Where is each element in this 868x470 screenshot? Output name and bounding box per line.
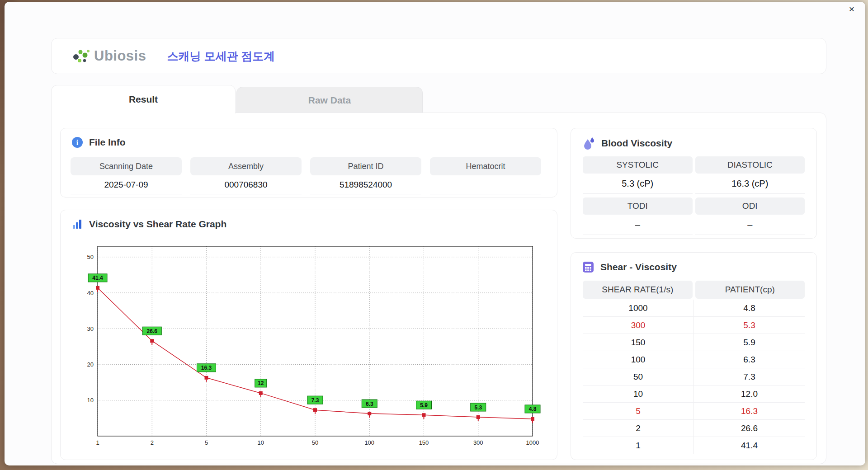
- diastolic-value: 16.3 (cP): [695, 174, 805, 194]
- table-row: 141.4: [583, 437, 805, 454]
- field-value: 000706830: [190, 175, 302, 194]
- shear-viscosity-title: Shear - Viscosity: [600, 262, 677, 273]
- shear-rate-cell: 1000: [583, 300, 694, 316]
- blood-viscosity-title: Blood Viscosity: [601, 138, 672, 149]
- shear-rate-cell: 5: [583, 403, 694, 419]
- field-value: [430, 175, 541, 194]
- table-row: 1505.9: [583, 334, 805, 351]
- shear-viscosity-card: Shear - Viscosity SHEAR RATE(1/s) PATIEN…: [571, 252, 817, 460]
- tab-label: Result: [129, 94, 158, 105]
- info-icon: i: [71, 136, 83, 148]
- content-panel: i File Info Scanning Date 2025-07-09 Ass…: [51, 113, 826, 464]
- svg-text:7.3: 7.3: [311, 397, 319, 404]
- svg-text:300: 300: [473, 439, 483, 446]
- field-label: Patient ID: [310, 157, 421, 175]
- field-assembly: Assembly 000706830: [190, 157, 302, 194]
- table-row: 226.6: [583, 420, 805, 437]
- table-row: 1012.0: [583, 385, 805, 403]
- ubiosis-logo-icon: [71, 47, 91, 66]
- tab-raw-data[interactable]: Raw Data: [236, 87, 423, 113]
- todi-value: –: [583, 215, 693, 235]
- graph-header: Viscosity vs Shear Rate Graph: [61, 210, 557, 230]
- todi-header: TODI: [583, 197, 693, 215]
- shear-rate-cell: 300: [583, 317, 694, 334]
- blood-viscosity-card: Blood Viscosity SYSTOLIC DIASTOLIC 5.3 (…: [571, 128, 817, 239]
- water-drop-icon: [582, 136, 595, 150]
- file-info-card: i File Info Scanning Date 2025-07-09 Ass…: [60, 128, 557, 197]
- patient-viscosity-cell: 5.9: [694, 334, 805, 351]
- svg-text:40: 40: [87, 290, 94, 296]
- patient-viscosity-cell: 4.8: [694, 300, 805, 316]
- patient-viscosity-cell: 26.6: [694, 420, 805, 437]
- shear-viscosity-rows: 10004.83005.31505.91006.3507.31012.0516.…: [583, 300, 805, 454]
- blood-viscosity-header: Blood Viscosity: [571, 128, 816, 150]
- viscosity-chart-svg: 10203040501251050100150300100041.426.616…: [77, 235, 542, 452]
- shear-rate-cell: 2: [583, 420, 694, 437]
- svg-text:41.4: 41.4: [92, 275, 103, 281]
- systolic-header: SYSTOLIC: [583, 156, 693, 174]
- shear-rate-cell: 150: [583, 334, 694, 351]
- patient-viscosity-cell: 6.3: [694, 351, 805, 368]
- svg-text:26.6: 26.6: [147, 328, 158, 334]
- svg-text:1000: 1000: [526, 439, 539, 446]
- patient-viscosity-cell: 5.3: [694, 317, 805, 334]
- shear-rate-cell: 100: [583, 351, 694, 368]
- field-value: 2025-07-09: [71, 175, 182, 194]
- svg-text:i: i: [76, 139, 79, 146]
- file-info-header: i File Info: [61, 128, 557, 148]
- shear-rate-column-header: SHEAR RATE(1/s): [583, 281, 693, 299]
- systolic-value: 5.3 (cP): [583, 174, 693, 194]
- shear-rate-cell: 10: [583, 385, 694, 402]
- file-info-title: File Info: [89, 137, 126, 148]
- svg-text:5.3: 5.3: [474, 404, 482, 411]
- field-patient-id: Patient ID 51898524000: [310, 157, 421, 194]
- svg-text:5.9: 5.9: [420, 402, 428, 409]
- blood-viscosity-table: SYSTOLIC DIASTOLIC 5.3 (cP) 16.3 (cP) TO…: [583, 156, 805, 235]
- calculator-icon: [582, 261, 594, 273]
- diastolic-header: DIASTOLIC: [695, 156, 805, 174]
- svg-text:10: 10: [87, 397, 94, 404]
- svg-text:16.3: 16.3: [201, 365, 212, 371]
- svg-text:150: 150: [419, 439, 429, 446]
- field-value: 51898524000: [310, 175, 421, 194]
- page-title: 스캐닝 모세관 점도계: [167, 49, 275, 64]
- svg-text:30: 30: [87, 325, 94, 332]
- graph-card: Viscosity vs Shear Rate Graph 1020304050…: [60, 210, 557, 460]
- patient-viscosity-cell: 7.3: [694, 368, 805, 385]
- table-row: 1006.3: [583, 351, 805, 368]
- svg-text:100: 100: [364, 439, 374, 446]
- odi-value: –: [695, 215, 805, 235]
- app-window: × Ubiosis 스캐닝 모세관 점도계 Result Raw Data: [5, 2, 865, 465]
- table-row: 10004.8: [583, 300, 805, 317]
- file-info-fields: Scanning Date 2025-07-09 Assembly 000706…: [71, 157, 541, 194]
- shear-rate-cell: 1: [583, 437, 694, 454]
- graph-title: Viscosity vs Shear Rate Graph: [89, 219, 226, 230]
- viscosity-chart: 10203040501251050100150300100041.426.616…: [77, 235, 542, 454]
- patient-viscosity-cell: 41.4: [694, 437, 805, 454]
- svg-text:50: 50: [87, 254, 94, 260]
- svg-text:20: 20: [87, 361, 94, 368]
- svg-text:1: 1: [96, 439, 99, 446]
- svg-text:6.3: 6.3: [366, 401, 373, 407]
- table-row: 516.3: [583, 403, 805, 420]
- shear-rate-cell: 50: [583, 368, 694, 385]
- tab-label: Raw Data: [308, 95, 351, 106]
- tab-result[interactable]: Result: [51, 85, 236, 113]
- patient-viscosity-cell: 16.3: [694, 403, 805, 419]
- field-label: Assembly: [190, 157, 302, 175]
- odi-header: ODI: [695, 197, 805, 215]
- logo-text: Ubiosis: [94, 48, 146, 64]
- patient-viscosity-cell: 12.0: [694, 385, 805, 402]
- ubiosis-logo: Ubiosis: [71, 47, 146, 66]
- svg-text:10: 10: [258, 439, 264, 446]
- field-label: Scanning Date: [71, 157, 182, 175]
- shear-viscosity-table: SHEAR RATE(1/s) PATIENT(cp) 10004.83005.…: [583, 281, 805, 454]
- svg-text:5: 5: [205, 439, 208, 446]
- close-icon[interactable]: ×: [845, 3, 858, 15]
- table-row: 507.3: [583, 368, 805, 385]
- field-hematocrit: Hematocrit: [430, 157, 541, 194]
- svg-text:2: 2: [151, 439, 154, 446]
- field-scanning-date: Scanning Date 2025-07-09: [71, 157, 182, 194]
- field-label: Hematocrit: [430, 157, 541, 175]
- patient-column-header: PATIENT(cp): [695, 281, 805, 299]
